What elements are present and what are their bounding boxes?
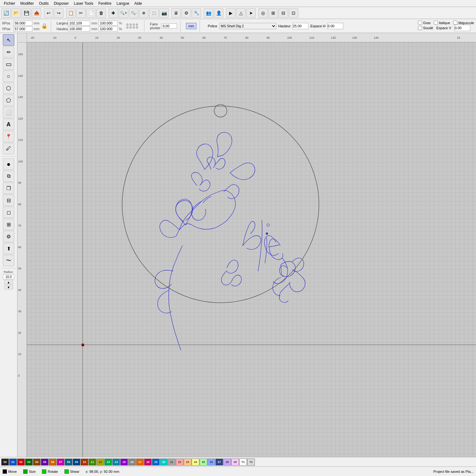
tb-select-rect[interactable]: ⬚ (149, 8, 159, 18)
tb-triangle[interactable]: △ (236, 8, 246, 18)
swatch-19[interactable]: 19 (152, 459, 160, 466)
tool-text[interactable]: A (3, 119, 14, 130)
swatch-04[interactable]: 04 (33, 459, 41, 466)
cb-gras[interactable] (418, 21, 422, 25)
police-select[interactable]: MS Shell Dlg 2 (219, 23, 276, 29)
tb-camera[interactable]: 📷 (159, 8, 169, 18)
tool-hexagon[interactable]: ⬡ (3, 83, 14, 94)
menu-modifier[interactable]: Modifier (18, 1, 36, 6)
swatch-12[interactable]: 12 (96, 459, 104, 466)
swatch-22[interactable]: 22 (176, 459, 183, 466)
tool-arrow-up[interactable]: ⬆ (3, 243, 14, 254)
tb-user[interactable]: 👤 (214, 8, 223, 18)
tool-pin[interactable]: 📍 (3, 131, 14, 142)
swatch-03[interactable]: 03 (25, 459, 33, 466)
swatch-09[interactable]: 09 (73, 459, 80, 466)
tool-select[interactable]: ↖ (3, 34, 14, 46)
tb-paste[interactable]: 📄 (86, 8, 96, 18)
swatch-24[interactable]: 24 (192, 459, 199, 466)
espace-h-input[interactable] (327, 23, 343, 29)
menu-aide[interactable]: Aide (132, 1, 144, 6)
menu-fichier[interactable]: Fichier (1, 1, 18, 6)
swatch-18[interactable]: 18 (144, 459, 152, 466)
tb-cut[interactable]: ✂ (76, 8, 86, 18)
hauteur-input[interactable] (68, 26, 90, 31)
tool-wave[interactable]: 〜 (3, 255, 14, 266)
tb-copy[interactable]: 📋 (66, 8, 76, 18)
swatch-T2[interactable]: T2 (247, 459, 255, 466)
largeur-input[interactable] (68, 21, 90, 26)
cb-soude[interactable] (418, 26, 422, 30)
tb-tools2[interactable]: 🔧 (192, 8, 201, 18)
swatch-05[interactable]: 05 (41, 459, 49, 466)
tb-zoom-in[interactable]: 🔍+ (119, 8, 128, 18)
tool-pencil[interactable]: ✏ (3, 46, 14, 58)
cb-italique[interactable] (434, 21, 438, 25)
swatch-27[interactable]: 27 (215, 459, 223, 466)
tb-arrow-shape[interactable]: ➤ (246, 8, 256, 18)
tb-new[interactable]: 🔄 (1, 8, 11, 18)
tb-redo[interactable]: ↪ (54, 8, 63, 18)
ypos-input[interactable] (13, 26, 32, 31)
swatch-13[interactable]: 13 (104, 459, 112, 466)
swatch-28[interactable]: 28 (223, 459, 231, 466)
xpos-input[interactable] (13, 21, 32, 26)
canvas-area[interactable]: -20 -10 0 10 20 30 40 50 60 70 80 90 100… (17, 33, 476, 457)
tb-open[interactable]: 📂 (11, 8, 21, 18)
tb-save[interactable]: 💾 (22, 8, 31, 18)
swatch-11[interactable]: 11 (89, 459, 96, 466)
canvas-content[interactable] (27, 43, 476, 457)
tool-eyedropper[interactable]: 🖊 (3, 143, 14, 154)
tb-align[interactable]: ⊞ (268, 8, 278, 18)
tb-users[interactable]: 👥 (204, 8, 213, 18)
pct2-input[interactable] (99, 26, 118, 31)
tb-grid2[interactable]: ⊟ (279, 8, 288, 18)
tool-square2[interactable]: ◻ (3, 207, 14, 218)
radius-up[interactable]: ▲ (4, 280, 13, 284)
unit-mm-btn[interactable] (186, 23, 196, 29)
tool-copy2[interactable]: ❐ (3, 182, 14, 194)
swatch-08[interactable]: 08 (65, 459, 72, 466)
pct1-input[interactable] (99, 21, 118, 26)
swatch-01[interactable]: 01 (9, 459, 17, 466)
tb-delete[interactable]: 🗑 (96, 8, 106, 18)
swatch-14[interactable]: 14 (112, 459, 120, 466)
faire-pivoter-input[interactable] (161, 23, 177, 29)
tool-polygon[interactable]: ⬠ (3, 95, 14, 106)
radius-input[interactable] (3, 274, 14, 279)
tool-rectangle[interactable]: ▭ (3, 58, 14, 70)
swatch-00[interactable]: 00 (1, 459, 9, 466)
hauteur-font-input[interactable] (293, 23, 308, 29)
tool-gear[interactable]: ⚙ (3, 231, 14, 242)
tool-circle[interactable]: ○ (3, 70, 14, 82)
swatch-25[interactable]: 25 (200, 459, 207, 466)
swatch-23[interactable]: 23 (184, 459, 191, 466)
swatch-10[interactable]: 10 (81, 459, 88, 466)
tool-frame[interactable]: ⬜ (3, 107, 14, 118)
tool-copy3[interactable]: ⊟ (3, 195, 14, 206)
swatch-15[interactable]: 15 (120, 459, 128, 466)
swatch-17[interactable]: 17 (136, 459, 144, 466)
tool-fill-circle[interactable]: ● (3, 158, 14, 170)
swatch-02[interactable]: 02 (17, 459, 25, 466)
tool-grid[interactable]: ⊞ (3, 219, 14, 230)
tb-move[interactable]: ✚ (109, 8, 118, 18)
menu-fenetre[interactable]: Fenêtre (96, 1, 114, 6)
tb-monitor[interactable]: 🖥 (171, 8, 181, 18)
swatch-07[interactable]: 07 (57, 459, 64, 466)
swatch-20[interactable]: 20 (160, 459, 168, 466)
tb-target[interactable]: ◎ (258, 8, 268, 18)
tb-zoom-fit[interactable]: ⊕ (139, 8, 149, 18)
espace-v-input[interactable] (454, 25, 470, 31)
lock-icon[interactable]: 🔒 (41, 23, 48, 29)
menu-laser[interactable]: Laser Tools (71, 1, 96, 6)
menu-outils[interactable]: Outils (36, 1, 51, 6)
swatch-06[interactable]: 06 (49, 459, 56, 466)
swatch-T1[interactable]: T1 (239, 459, 247, 466)
cb-majuscule[interactable] (453, 21, 457, 25)
tool-copy1[interactable]: ⧉ (3, 170, 14, 182)
tb-settings[interactable]: ⚙ (182, 8, 191, 18)
tb-export[interactable]: 📤 (32, 8, 41, 18)
tb-more[interactable]: ⊡ (289, 8, 298, 18)
tb-arrow-r[interactable]: ▶ (226, 8, 235, 18)
